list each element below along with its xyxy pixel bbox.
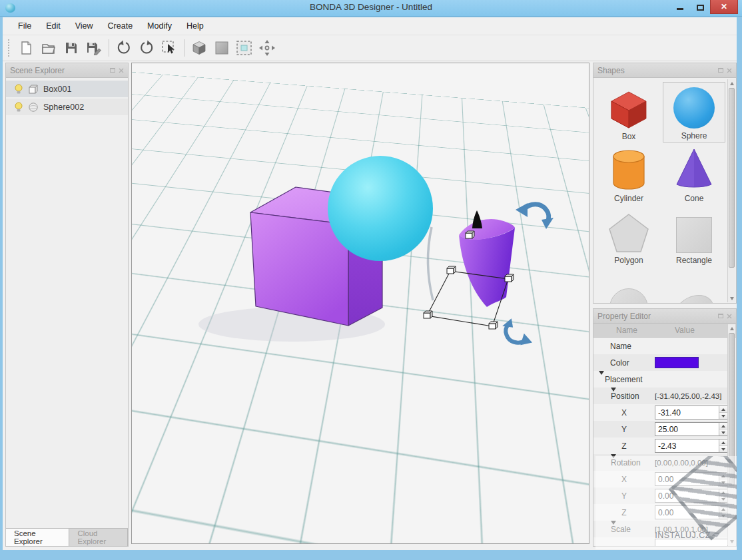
spin-down-icon[interactable] [719,512,727,519]
panel-close-icon[interactable] [727,314,732,319]
spin-up-icon[interactable] [719,473,727,479]
toolbar-drag-handle[interactable] [8,39,11,57]
prop-row-rotation-y: Y [593,487,727,504]
spin-down-icon[interactable] [719,429,727,435]
property-editor-title: Property Editor [597,312,718,321]
spin-down-icon[interactable] [719,479,727,485]
axis-arrow-icon[interactable] [472,210,482,228]
bulb-icon[interactable] [14,102,23,113]
prop-row-name[interactable]: Name [593,338,727,354]
rotation-z-field[interactable] [655,505,728,519]
position-x-input[interactable] [655,406,718,419]
move-arrows-icon [258,39,276,57]
prop-row-position[interactable]: Position [-31.40,25.00,-2.43] [593,388,727,404]
position-y-input[interactable] [655,423,718,435]
spin-up-icon[interactable] [719,406,727,412]
rotation-z-input[interactable] [655,506,718,519]
property-scrollbar[interactable] [727,324,735,545]
rotation-y-field[interactable] [655,489,728,503]
toolbar [3,35,737,61]
position-y-field[interactable] [655,422,728,436]
bulb-icon[interactable] [14,84,23,95]
spin-up-icon[interactable] [719,506,727,512]
save-as-button[interactable] [83,38,105,58]
titlebar: BONDA 3D Designer - Untitled ✕ [0,0,742,17]
spin-up-icon[interactable] [719,423,727,429]
spin-down-icon[interactable] [719,445,727,452]
save-button[interactable] [60,38,83,58]
scroll-down-icon[interactable] [728,294,735,302]
column-name: Name [593,326,657,335]
new-file-button[interactable] [15,38,37,58]
rotate-arrow-bottom[interactable] [499,316,538,348]
scroll-up-icon[interactable] [728,324,735,332]
prop-row-rotation-z: Z [593,504,727,521]
shape-tile-polygon[interactable]: Polygon [597,206,660,266]
menu-modify[interactable]: Modify [140,19,179,33]
select-button[interactable] [158,38,181,58]
shape-label: Cylinder [614,194,643,203]
panel-float-icon[interactable] [718,314,723,318]
position-x-field[interactable] [655,406,728,420]
position-z-input[interactable] [655,439,718,452]
maximize-button[interactable] [690,0,710,13]
spin-down-icon[interactable] [719,412,727,419]
collapse-arrow-icon[interactable] [599,371,604,384]
scene-item-box001[interactable]: Box001 [6,81,128,97]
tab-scene-explorer[interactable]: Scene Explorer [6,529,69,546]
spin-up-icon[interactable] [719,489,727,495]
prop-row-position-z: Z [593,437,727,454]
shape-label: Box [622,132,636,141]
shapes-scrollbar[interactable] [727,79,735,302]
scrollbar-thumb[interactable] [729,333,735,486]
scene-item-sphere002[interactable]: Sphere002 [6,99,128,115]
view-2d-button[interactable] [210,38,233,58]
render-region-button[interactable] [233,38,256,58]
prop-row-placement[interactable]: Placement [593,371,727,388]
square-2d-icon [214,40,230,56]
color-swatch[interactable] [655,357,699,368]
panel-float-icon[interactable] [110,68,115,73]
close-button[interactable]: ✕ [710,0,738,14]
rotation-x-input[interactable] [655,473,718,485]
tab-cloud-explorer[interactable]: Cloud Explorer [69,529,128,546]
scrollbar-thumb[interactable] [729,88,735,268]
menu-edit[interactable]: Edit [39,19,68,33]
rotation-y-input[interactable] [655,489,718,502]
panel-float-icon[interactable] [718,68,723,73]
scroll-up-icon[interactable] [728,79,735,87]
shape-tile-ellipse[interactable] [663,268,725,304]
menu-create[interactable]: Create [101,19,141,33]
scale-x-input[interactable] [655,539,718,547]
open-button[interactable] [37,38,60,58]
rotation-x-field[interactable] [655,472,728,486]
shape-tile-cylinder[interactable]: Cylinder [597,144,660,204]
prop-row-rotation[interactable]: Rotation [0.00,0.00,0.00] [593,454,727,471]
menu-help[interactable]: Help [179,19,211,33]
shape-tile-rectangle[interactable]: Rectangle [663,206,725,266]
sphere-object[interactable] [328,156,433,261]
shape-tile-sphere[interactable]: Sphere [663,82,725,142]
position-z-field[interactable] [655,439,728,453]
prop-row-color[interactable]: Color [593,354,727,371]
menu-view[interactable]: View [68,19,101,33]
rotate-arrow-top[interactable] [516,203,554,229]
spin-up-icon[interactable] [719,439,727,445]
shape-tile-cone[interactable]: Cone [663,144,725,204]
viewport-canvas[interactable] [131,63,589,544]
undo-button[interactable] [113,38,135,58]
move-button[interactable] [256,38,278,58]
menu-file[interactable]: File [11,19,39,33]
view-3d-button[interactable] [188,38,210,58]
scroll-down-icon[interactable] [728,537,735,545]
scale-x-field[interactable] [655,539,728,547]
spin-down-icon[interactable] [719,495,727,502]
redo-button[interactable] [135,38,158,58]
panel-close-icon[interactable] [727,68,732,73]
shapes-title: Shapes [597,66,718,75]
prop-row-scale[interactable]: Scale [1.00,1.00,1.00] [593,521,727,537]
shape-tile-circle[interactable] [597,268,660,304]
panel-close-icon[interactable] [119,68,124,73]
minimize-button[interactable] [670,0,690,13]
shape-tile-box[interactable]: Box [597,82,660,142]
